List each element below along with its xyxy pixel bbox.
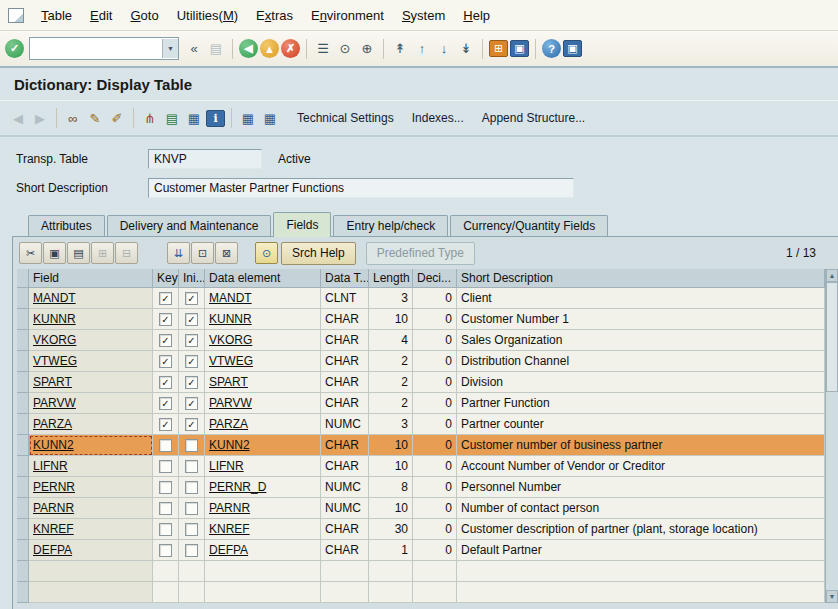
data-element-link[interactable]: KUNN2 xyxy=(209,438,250,452)
choose-icon[interactable]: ⇊ xyxy=(167,242,190,264)
vertical-scrollbar[interactable]: ▲ ▼ xyxy=(825,269,838,603)
row-selector[interactable] xyxy=(17,372,29,393)
data-element-link[interactable]: DEFPA xyxy=(209,543,248,557)
back-button[interactable]: ◀ xyxy=(239,39,258,58)
last-page-icon[interactable]: ↡ xyxy=(456,39,476,59)
search-help-icon[interactable]: ⊙ xyxy=(255,242,278,264)
initial-checkbox[interactable]: ✓ xyxy=(185,355,198,368)
cancel-button[interactable]: ✗ xyxy=(281,39,300,58)
field-link[interactable]: PARVW xyxy=(33,396,76,410)
first-page-icon[interactable]: ↟ xyxy=(390,39,410,59)
tab-fields[interactable]: Fields xyxy=(273,212,331,237)
initial-checkbox[interactable]: ✓ xyxy=(185,292,198,305)
data-element-link[interactable]: PARNR xyxy=(209,501,250,515)
key-checkbox[interactable]: ✓ xyxy=(159,292,172,305)
initial-checkbox[interactable]: ✓ xyxy=(185,313,198,326)
menu-help[interactable]: Help xyxy=(454,6,499,25)
initial-checkbox[interactable] xyxy=(185,523,198,536)
data-element-link[interactable]: SPART xyxy=(209,375,248,389)
edit-pencil-icon[interactable]: ✎ xyxy=(85,108,105,128)
row-selector[interactable] xyxy=(17,309,29,330)
field-link[interactable]: DEFPA xyxy=(33,543,72,557)
initial-checkbox[interactable]: ✓ xyxy=(185,334,198,347)
data-element-link[interactable]: KUNNR xyxy=(209,312,252,326)
find-next-icon[interactable]: ⊕ xyxy=(357,39,377,59)
initial-checkbox[interactable]: ✓ xyxy=(185,376,198,389)
data-element-link[interactable]: PARVW xyxy=(209,396,252,410)
data-element-link[interactable]: KNREF xyxy=(209,522,250,536)
field-link[interactable]: PARZA xyxy=(33,417,72,431)
customize-layout-icon[interactable]: ▣ xyxy=(563,40,582,57)
tab-delivery-and-maintenance[interactable]: Delivery and Maintenance xyxy=(107,215,272,236)
column-header-initial[interactable]: Ini... xyxy=(179,269,205,288)
delete-row-icon[interactable]: ⊟ xyxy=(115,242,138,264)
nav-forward-icon[interactable]: ▶ xyxy=(30,108,50,128)
initial-checkbox[interactable] xyxy=(185,481,198,494)
previous-page-icon[interactable]: ↑ xyxy=(412,39,432,59)
initial-checkbox[interactable] xyxy=(185,544,198,557)
row-selector[interactable] xyxy=(17,477,29,498)
field-link[interactable]: PARNR xyxy=(33,501,74,515)
insert-row-icon[interactable]: ⊞ xyxy=(91,242,114,264)
enter-button[interactable]: ✓ xyxy=(5,39,24,58)
menu-table[interactable]: Table xyxy=(32,6,81,25)
display-change-icon[interactable]: ∞ xyxy=(63,108,83,128)
row-selector[interactable] xyxy=(17,330,29,351)
initial-checkbox[interactable]: ✓ xyxy=(185,418,198,431)
print-icon[interactable]: ☰ xyxy=(313,39,333,59)
initial-checkbox[interactable]: ✓ xyxy=(185,397,198,410)
key-checkbox[interactable] xyxy=(159,544,172,557)
paste-rows-icon[interactable]: ▤ xyxy=(67,242,90,264)
initial-checkbox[interactable] xyxy=(185,460,198,473)
table-display-icon[interactable]: ▦ xyxy=(260,108,280,128)
data-element-link[interactable]: VKORG xyxy=(209,333,252,347)
row-selector[interactable] xyxy=(17,351,29,372)
row-selector[interactable] xyxy=(17,582,29,603)
field-link[interactable]: VTWEG xyxy=(33,354,77,368)
menu-system[interactable]: System xyxy=(393,6,454,25)
scrollbar-thumb[interactable] xyxy=(826,282,838,392)
row-selector[interactable] xyxy=(17,561,29,582)
row-selector[interactable] xyxy=(17,519,29,540)
tab-attributes[interactable]: Attributes xyxy=(28,215,105,236)
data-element-link[interactable]: LIFNR xyxy=(209,459,244,473)
expand-all-icon[interactable]: ⊡ xyxy=(191,242,214,264)
data-element-link[interactable]: PERNR_D xyxy=(209,480,266,494)
menu-utilities-m[interactable]: Utilities(M) xyxy=(168,6,247,25)
key-checkbox[interactable] xyxy=(159,439,172,452)
column-header-key[interactable]: Key xyxy=(153,269,179,288)
row-selector[interactable] xyxy=(17,435,29,456)
menu-goto[interactable]: Goto xyxy=(121,6,167,25)
nav-back-icon[interactable]: ◀ xyxy=(8,108,28,128)
menu-extras[interactable]: Extras xyxy=(247,6,302,25)
collapse-all-icon[interactable]: ⊠ xyxy=(215,242,238,264)
exit-button[interactable]: ▲ xyxy=(260,39,279,58)
cut-rows-icon[interactable]: ✂ xyxy=(19,242,42,264)
row-selector[interactable] xyxy=(17,498,29,519)
field-link[interactable]: SPART xyxy=(33,375,72,389)
field-link[interactable]: PERNR xyxy=(33,480,75,494)
key-checkbox[interactable] xyxy=(159,481,172,494)
column-header-data-element[interactable]: Data element xyxy=(205,269,321,288)
field-link[interactable]: KUNNR xyxy=(33,312,76,326)
key-checkbox[interactable] xyxy=(159,523,172,536)
scroll-down-icon[interactable]: ▼ xyxy=(826,590,838,603)
row-selector[interactable] xyxy=(17,288,29,309)
initial-checkbox[interactable] xyxy=(185,502,198,515)
data-element-link[interactable]: VTWEG xyxy=(209,354,253,368)
command-dropdown-icon[interactable]: ▼ xyxy=(162,39,178,58)
find-icon[interactable]: ⊙ xyxy=(335,39,355,59)
srch-help-button[interactable]: Srch Help xyxy=(281,242,356,265)
field-link[interactable]: MANDT xyxy=(33,291,76,305)
field-link[interactable]: KNREF xyxy=(33,522,74,536)
where-used-icon[interactable]: ✐ xyxy=(107,108,127,128)
new-session-icon[interactable]: ⊞ xyxy=(489,40,508,57)
row-selector[interactable] xyxy=(17,540,29,561)
column-header-field[interactable]: Field xyxy=(29,269,153,288)
key-checkbox[interactable]: ✓ xyxy=(159,418,172,431)
tab-currency-quantity-fields[interactable]: Currency/Quantity Fields xyxy=(450,215,608,236)
indexes-button[interactable]: Indexes... xyxy=(403,108,473,128)
key-checkbox[interactable]: ✓ xyxy=(159,397,172,410)
transp-table-field[interactable]: KNVP xyxy=(148,149,262,169)
key-checkbox[interactable] xyxy=(159,460,172,473)
